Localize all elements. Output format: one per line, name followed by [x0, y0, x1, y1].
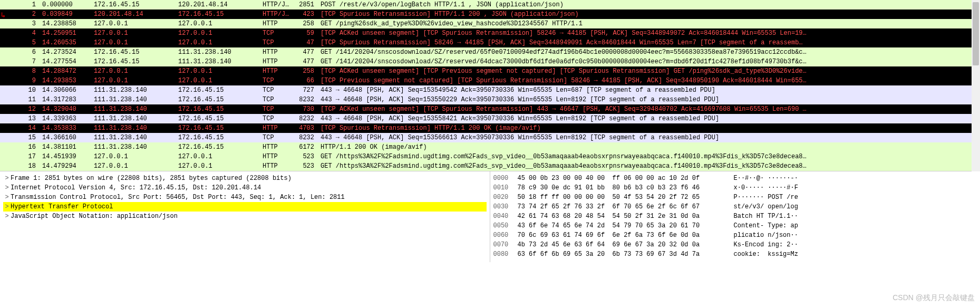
- packet-row[interactable]: 1614.381101111.31.238.140172.16.45.15HTT…: [0, 142, 980, 152]
- packet-proto: HTTP: [259, 19, 295, 28]
- hex-line[interactable]: 00704b 73 2d 45 6e 63 6f 64 69 6e 67 3a …: [493, 240, 977, 250]
- packet-proto: HTTP: [259, 57, 295, 66]
- packet-time: 14.353833: [39, 123, 91, 133]
- packet-time: 14.451939: [39, 152, 91, 161]
- packet-dst: 120.201.48.14: [175, 0, 259, 9]
- packet-proto: TCP: [259, 133, 295, 142]
- packet-row[interactable]: 614.273524172.16.45.15111.31.238.140HTTP…: [0, 47, 980, 57]
- packet-dst: 172.16.45.15: [175, 95, 259, 104]
- packet-info: 443 → 46648 [PSH, ACK] Seq=153549542 Ack…: [317, 85, 980, 95]
- tree-item[interactable]: >Internet Protocol Version 4, Src: 172.1…: [3, 183, 487, 193]
- packet-row[interactable]: 414.250951127.0.0.1127.0.0.1TCP59[TCP AC…: [0, 28, 980, 38]
- packet-list-scrollbar[interactable]: [972, 0, 980, 171]
- tree-item[interactable]: >Hypertext Transfer Protocol: [3, 202, 487, 212]
- hex-line[interactable]: 005043 6f 6e 74 65 6e 74 2d 54 79 70 65 …: [493, 221, 977, 231]
- packet-len: 47: [295, 38, 317, 47]
- expand-caret-icon[interactable]: >: [3, 212, 11, 221]
- expand-caret-icon[interactable]: >: [3, 202, 11, 212]
- packet-src: 127.0.0.1: [91, 28, 175, 38]
- packet-num: 16: [0, 142, 39, 152]
- packet-src: 120.201.48.14: [91, 9, 175, 19]
- packet-proto: TCP: [259, 114, 295, 123]
- packet-info: HTTP/1.1 200 OK (image/avif): [317, 142, 980, 152]
- tree-item[interactable]: >Transmission Control Protocol, Src Port…: [3, 193, 487, 202]
- packet-num: 5: [0, 38, 39, 47]
- packet-info: [TCP ACKed unseen segment] [TCP Spurious…: [317, 28, 980, 38]
- packet-row[interactable]: 1214.329040111.31.238.140172.16.45.15TCP…: [0, 104, 980, 114]
- packet-proto: HTTP: [259, 66, 295, 76]
- packet-len: 8232: [295, 95, 317, 104]
- packet-dst: 172.16.45.15: [175, 85, 259, 95]
- packet-proto: HTTP: [259, 161, 295, 171]
- packet-proto: TCP: [259, 38, 295, 47]
- packet-len: 4703: [295, 123, 317, 133]
- packet-row[interactable]: 1114.317283111.31.238.140172.16.45.15TCP…: [0, 95, 980, 104]
- hex-line[interactable]: 000045 00 0b 23 00 00 40 00 ff 06 00 00 …: [493, 174, 977, 183]
- packet-row[interactable]: 314.238858127.0.0.1127.0.0.1HTTP258GET /…: [0, 19, 980, 28]
- packet-row[interactable]: 20.039849120.201.48.14172.16.45.15HTTP/J…: [0, 9, 980, 19]
- hex-line[interactable]: 004042 61 74 63 68 20 48 54 54 50 2f 31 …: [493, 212, 977, 221]
- packet-row[interactable]: 10.000000172.16.45.15120.201.48.14HTTP/J…: [0, 0, 980, 9]
- tree-item-label: Transmission Control Protocol, Src Port:…: [11, 193, 487, 202]
- packet-dst: 127.0.0.1: [175, 28, 259, 38]
- packet-proto: TCP: [259, 85, 295, 95]
- details-tree-pane[interactable]: >Frame 1: 2851 bytes on wire (22808 bits…: [0, 171, 490, 262]
- packet-src: 111.31.238.140: [91, 95, 175, 104]
- hex-line[interactable]: 003073 74 2f 65 2f 76 33 2f 6f 70 65 6e …: [493, 202, 977, 212]
- packet-row[interactable]: 914.293853127.0.0.1127.0.0.1TCP66[TCP Pr…: [0, 76, 980, 85]
- packet-len: 423: [295, 9, 317, 19]
- packet-info: [TCP ACKed unseen segment] [TCP Spurious…: [317, 104, 980, 114]
- tree-item[interactable]: >JavaScript Object Notation: application…: [3, 212, 487, 221]
- watermark: CSDN @残月只会敲键盘: [892, 293, 975, 303]
- hex-offset: 0010: [493, 183, 518, 193]
- hex-line[interactable]: 002050 18 ff ff 00 00 00 00 50 4f 53 54 …: [493, 193, 977, 202]
- tree-item[interactable]: >Frame 1: 2851 bytes on wire (22808 bits…: [3, 174, 487, 183]
- hex-dump-pane[interactable]: 000045 00 0b 23 00 00 40 00 ff 06 00 00 …: [490, 171, 981, 262]
- packet-info: [TCP Spurious Retransmission] HTTP/1.1 2…: [317, 123, 980, 133]
- packet-row[interactable]: 1314.339363111.31.238.140172.16.45.15TCP…: [0, 114, 980, 123]
- packet-list[interactable]: 10.000000172.16.45.15120.201.48.14HTTP/J…: [0, 0, 980, 171]
- packet-src: 127.0.0.1: [91, 152, 175, 161]
- tree-item-label: Internet Protocol Version 4, Src: 172.16…: [11, 183, 487, 193]
- packet-src: 111.31.238.140: [91, 104, 175, 114]
- packet-len: 258: [295, 19, 317, 28]
- packet-dst: 127.0.0.1: [175, 38, 259, 47]
- scrollbar-thumb[interactable]: [973, 2, 979, 65]
- expand-caret-icon[interactable]: >: [3, 193, 11, 202]
- expand-caret-icon[interactable]: >: [3, 174, 11, 183]
- packet-num: 7: [0, 57, 39, 66]
- packet-num: 6: [0, 47, 39, 57]
- hex-offset: 0050: [493, 221, 518, 231]
- hex-bytes: 4b 73 2d 45 6e 63 6f 64 69 6e 67 3a 20 3…: [518, 240, 734, 250]
- packet-dst: 172.16.45.15: [175, 9, 259, 19]
- tree-item-label: Hypertext Transfer Protocol: [11, 202, 487, 212]
- hex-bytes: 45 00 0b 23 00 00 40 00 ff 06 00 00 ac 1…: [518, 174, 734, 183]
- packet-row[interactable]: 1514.366160111.31.238.140172.16.45.15TCP…: [0, 133, 980, 142]
- packet-num: 15: [0, 133, 39, 142]
- packet-len: 477: [295, 57, 317, 66]
- current-marker-icon: ↳: [1, 11, 5, 20]
- packet-row[interactable]: 714.277554172.16.45.15111.31.238.140HTTP…: [0, 57, 980, 66]
- packet-time: 0.000000: [39, 0, 91, 9]
- packet-proto: HTTP/J…: [259, 0, 295, 9]
- hex-ascii: cookie: kssig=Mz: [734, 250, 977, 259]
- packet-src: 127.0.0.1: [91, 66, 175, 76]
- packet-time: 14.260535: [39, 38, 91, 47]
- packet-row[interactable]: 1814.479294127.0.0.1127.0.0.1HTTP523GET …: [0, 161, 980, 171]
- packet-row[interactable]: 814.288472127.0.0.1127.0.0.1HTTP258[TCP …: [0, 66, 980, 76]
- expand-caret-icon[interactable]: >: [3, 183, 11, 193]
- packet-dst: 127.0.0.1: [175, 19, 259, 28]
- packet-time: 14.250951: [39, 28, 91, 38]
- hex-ascii: Ks-Encod ing: 2··: [734, 240, 977, 250]
- packet-num: 11: [0, 95, 39, 104]
- hex-line[interactable]: 006070 6c 69 63 61 74 69 6f 6e 2f 6a 73 …: [493, 231, 977, 240]
- packet-dst: 127.0.0.1: [175, 161, 259, 171]
- packet-row[interactable]: 1414.353833111.31.238.140172.16.45.15HTT…: [0, 123, 980, 133]
- packet-dst: 172.16.45.15: [175, 104, 259, 114]
- packet-row[interactable]: 1714.451939127.0.0.1127.0.0.1HTTP523GET …: [0, 152, 980, 161]
- packet-row[interactable]: 1014.306066111.31.238.140172.16.45.15TCP…: [0, 85, 980, 95]
- hex-line[interactable]: 008063 6f 6f 6b 69 65 3a 20 6b 73 73 69 …: [493, 250, 977, 259]
- hex-line[interactable]: 001078 c9 30 0e dc 91 01 bb 80 b6 b3 c0 …: [493, 183, 977, 193]
- packet-dst: 172.16.45.15: [175, 114, 259, 123]
- packet-row[interactable]: 514.260535127.0.0.1127.0.0.1TCP47[TCP Sp…: [0, 38, 980, 47]
